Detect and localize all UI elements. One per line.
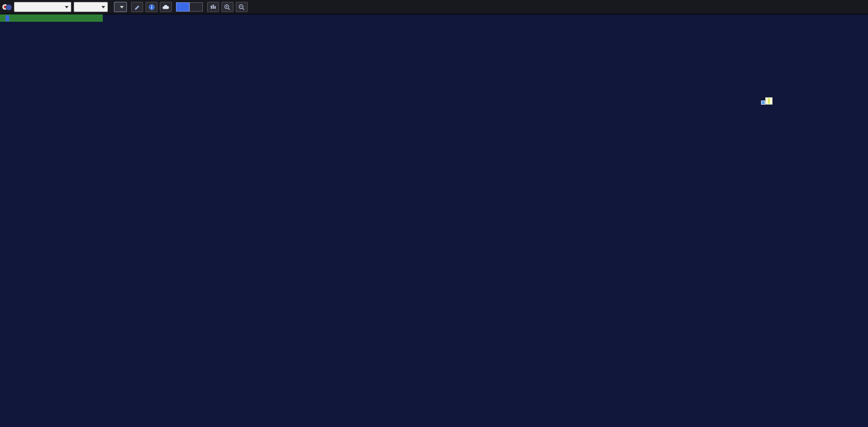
latest-candle-row[interactable] bbox=[0, 14, 103, 22]
info-icon bbox=[148, 4, 155, 11]
latest-candle-badge[interactable] bbox=[6, 15, 9, 21]
pair-flag-icon bbox=[2, 4, 12, 10]
draw-pencil-button[interactable] bbox=[131, 2, 143, 12]
technical-select-button[interactable] bbox=[114, 2, 127, 12]
ask-button[interactable] bbox=[189, 2, 203, 12]
indicator-panel bbox=[0, 14, 103, 22]
zoom-in-button[interactable] bbox=[221, 2, 233, 12]
timeframe-select[interactable] bbox=[74, 2, 108, 12]
fx-chart-app bbox=[0, 0, 868, 427]
candle-chart-icon bbox=[210, 4, 217, 10]
ichimoku-tooltip bbox=[765, 97, 773, 105]
zoom-out-icon bbox=[238, 4, 245, 11]
tooltip-series-name bbox=[768, 98, 770, 104]
chevron-down-icon bbox=[120, 6, 124, 8]
chevron-down-icon bbox=[65, 6, 69, 8]
chevron-down-icon bbox=[101, 6, 105, 8]
toolbar bbox=[0, 0, 868, 14]
pair-select[interactable] bbox=[14, 2, 71, 12]
chart-type-button[interactable] bbox=[207, 2, 219, 12]
pencil-icon bbox=[134, 4, 141, 11]
zoom-in-icon bbox=[224, 4, 231, 11]
cloud-icon bbox=[162, 4, 170, 11]
hover-point-marker bbox=[761, 100, 765, 105]
zoom-out-button[interactable] bbox=[236, 2, 248, 12]
info-button[interactable] bbox=[145, 2, 157, 12]
chart-canvas[interactable] bbox=[0, 0, 868, 427]
bid-button[interactable] bbox=[176, 2, 189, 12]
cloud-toggle-button[interactable] bbox=[160, 2, 172, 12]
